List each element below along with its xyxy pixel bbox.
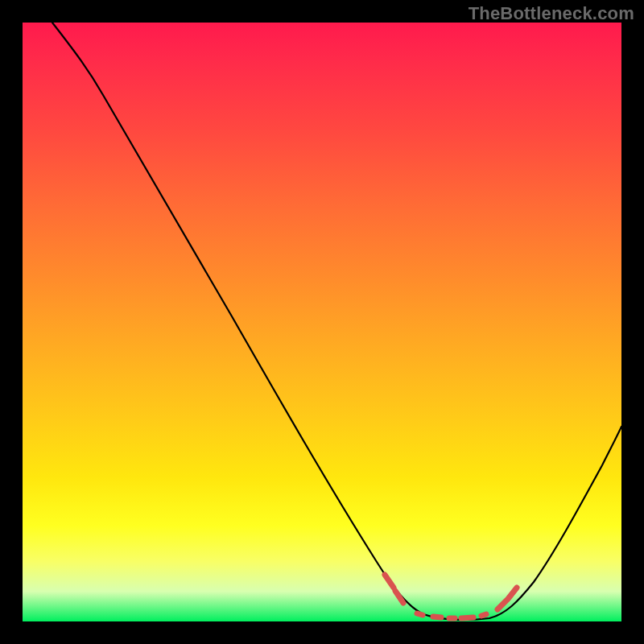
accent-dash <box>508 588 517 599</box>
accent-dash <box>385 575 394 588</box>
accent-dash <box>395 591 403 603</box>
curve-svg <box>23 23 621 621</box>
chart-container: TheBottleneck.com <box>0 0 644 644</box>
plot-area <box>23 23 621 621</box>
accent-dash <box>461 617 473 618</box>
watermark: TheBottleneck.com <box>469 3 634 24</box>
accent-dash <box>433 617 441 617</box>
accent-dash <box>497 601 506 609</box>
accent-dot <box>417 613 423 615</box>
bottleneck-curve <box>52 23 621 620</box>
accent-dot <box>481 614 486 616</box>
optimal-range-markers <box>385 575 517 618</box>
